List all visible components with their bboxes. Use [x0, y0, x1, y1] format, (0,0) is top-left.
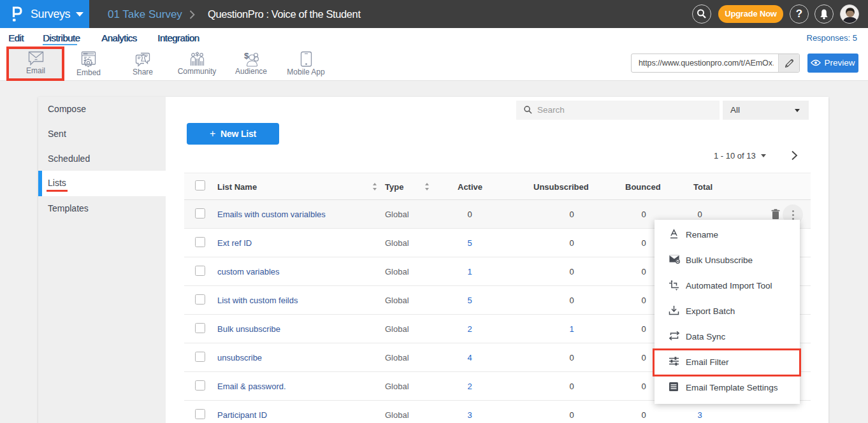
svg-text:$: $ — [244, 51, 249, 61]
